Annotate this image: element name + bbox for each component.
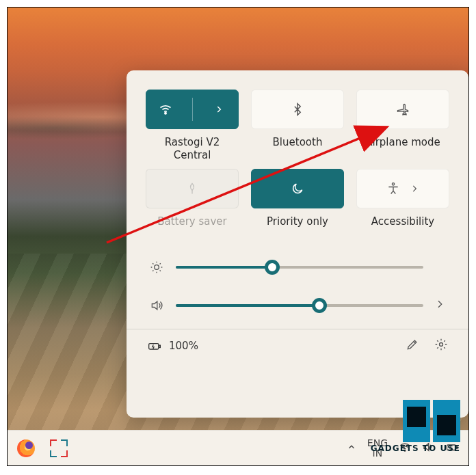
battery-percent: 100% <box>169 340 198 352</box>
battery-status[interactable]: 100% <box>147 339 198 353</box>
quick-settings-tiles: Rastogi V2 Central Bluetooth Airpl <box>146 90 449 240</box>
watermark-logo <box>403 400 460 442</box>
svg-point-1 <box>392 182 394 185</box>
airplane-mode-label: Airplane mode <box>365 136 440 161</box>
chevron-right-icon <box>214 105 224 114</box>
svg-point-5 <box>440 342 443 346</box>
bluetooth-label: Bluetooth <box>273 136 323 161</box>
battery-saver-label: Battery saver <box>157 215 227 240</box>
svg-point-0 <box>165 113 166 114</box>
brightness-row <box>146 248 449 286</box>
focus-assist-tile[interactable] <box>251 169 344 208</box>
settings-button[interactable] <box>434 338 448 354</box>
airplane-icon <box>396 103 410 116</box>
volume-expand[interactable] <box>434 299 447 312</box>
snipping-tool-taskbar-icon[interactable] <box>50 439 68 457</box>
volume-slider[interactable] <box>176 304 423 307</box>
wifi-expand[interactable] <box>200 90 239 128</box>
quick-settings-footer: 100% <box>146 329 449 354</box>
chevron-right-icon <box>410 184 419 193</box>
battery-saver-icon <box>185 182 199 195</box>
firefox-taskbar-icon[interactable] <box>17 439 35 457</box>
volume-row <box>146 286 449 325</box>
watermark-text: GADGETS TO USE <box>371 444 460 453</box>
brightness-icon <box>148 260 165 274</box>
wifi-tile[interactable] <box>146 90 239 129</box>
bluetooth-tile[interactable] <box>251 90 344 129</box>
bluetooth-icon <box>291 103 304 116</box>
quick-settings-panel: Rastogi V2 Central Bluetooth Airpl <box>127 70 468 418</box>
accessibility-label: Accessibility <box>371 215 434 240</box>
edit-quick-settings-button[interactable] <box>406 338 419 354</box>
moon-icon <box>291 182 304 195</box>
volume-icon <box>148 299 165 312</box>
wifi-toggle[interactable] <box>146 90 185 128</box>
watermark: GADGETS TO USE <box>371 400 460 453</box>
quick-settings-sliders <box>146 248 449 325</box>
wifi-icon <box>159 103 172 116</box>
wifi-label: Rastogi V2 Central <box>146 136 239 162</box>
accessibility-tile[interactable] <box>356 169 449 208</box>
airplane-mode-tile[interactable] <box>356 90 449 129</box>
svg-rect-4 <box>159 345 161 347</box>
svg-point-2 <box>155 264 159 269</box>
accessibility-icon <box>386 182 400 195</box>
battery-charging-icon <box>147 339 162 353</box>
battery-saver-tile <box>146 169 239 208</box>
volume-slider-thumb[interactable] <box>312 298 327 313</box>
brightness-slider[interactable] <box>176 266 423 269</box>
tray-overflow-button[interactable] <box>347 442 356 454</box>
brightness-slider-thumb[interactable] <box>265 260 280 275</box>
focus-assist-label: Priority only <box>267 215 328 240</box>
